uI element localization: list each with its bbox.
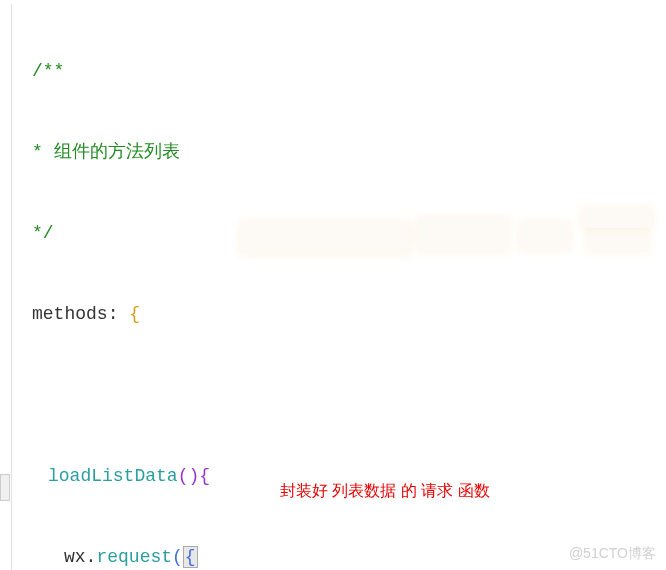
request-method: request: [96, 547, 172, 567]
method-loadListData: loadListData: [48, 466, 178, 486]
comment-close: */: [32, 223, 54, 243]
redacted-region: [520, 222, 570, 250]
redacted-region: [240, 222, 410, 254]
redacted-region: [418, 218, 508, 252]
gutter-highlight: [0, 474, 10, 501]
comment-body: * 组件的方法列表: [32, 142, 180, 162]
wx-object: wx: [64, 547, 86, 567]
cursor-position[interactable]: {: [183, 546, 198, 568]
brace-open: {: [129, 304, 140, 324]
comment-open: /**: [32, 61, 64, 81]
methods-key: methods: [32, 304, 108, 324]
redacted-region: [582, 208, 652, 228]
annotation-text: 封装好 列表数据 的 请求 函数: [280, 479, 490, 503]
watermark: @51CTO博客: [569, 543, 656, 564]
